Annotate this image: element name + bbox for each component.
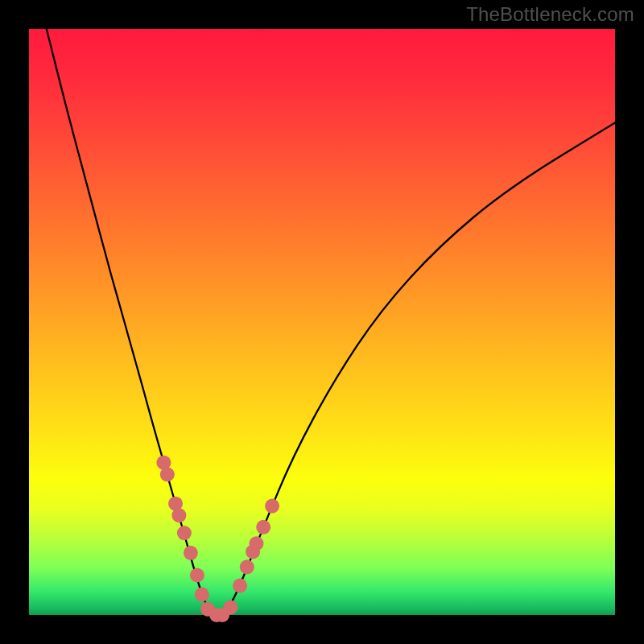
data-marker: [233, 579, 247, 593]
data-marker: [223, 601, 237, 615]
data-marker: [184, 546, 198, 560]
chart-frame: TheBottleneck.com: [0, 0, 644, 644]
curve-svg: [29, 29, 615, 615]
data-marker: [250, 536, 264, 551]
data-marker: [256, 520, 270, 535]
bottleneck-curve: [47, 29, 615, 615]
data-marker: [265, 499, 279, 514]
data-marker: [160, 467, 175, 481]
marker-group: [156, 456, 279, 622]
data-marker: [190, 568, 204, 583]
data-marker: [171, 508, 186, 522]
watermark-label: TheBottleneck.com: [466, 3, 634, 26]
data-marker: [177, 526, 192, 540]
plot-area: [29, 29, 615, 615]
data-marker: [240, 559, 254, 574]
data-marker: [195, 588, 209, 602]
